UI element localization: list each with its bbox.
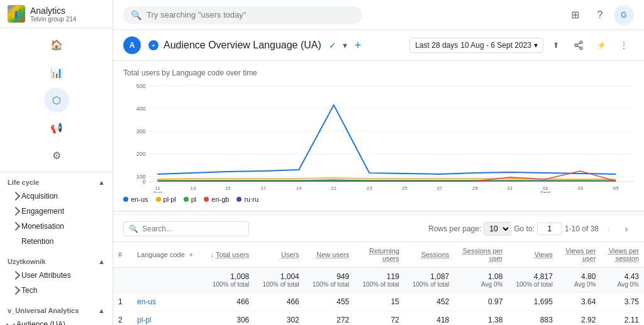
legend-en-us[interactable]: en-us [123,196,148,203]
uzytkownik-section: Uzytkownik ▲ User Attributes Tech [0,251,113,300]
arrow-icon [11,192,20,201]
lifecycle-header[interactable]: Life cycle ▲ [0,175,113,189]
app-logo [8,5,25,23]
date-range-value: 10 Aug - 6 Sept 2023 [460,41,531,50]
sidebar-item-acquisition[interactable]: Acquisition [0,189,113,204]
arrow-down-icon [6,320,15,325]
goto-input[interactable] [537,223,562,235]
nav-configure-icon[interactable]: ⚙ [44,143,69,168]
legend-ru-ru[interactable]: ru·ru [236,196,258,203]
export-icon[interactable]: ⬆ [546,35,566,55]
search-input[interactable] [147,10,355,19]
legend-pl[interactable]: pl [184,196,197,203]
search-box[interactable]: 🔍 [123,6,362,24]
svg-text:31: 31 [508,185,513,191]
sidebar-item-user-attributes[interactable]: User Attributes [0,268,113,283]
add-dimension-button[interactable]: + [189,251,193,258]
svg-text:25: 25 [402,185,408,191]
svg-text:27: 27 [437,185,443,191]
svg-line-7 [577,43,580,45]
svg-rect-2 [19,9,21,19]
app-title: Analytics [30,6,76,16]
pagination-info: 1-10 of 38 [565,224,599,233]
legend-dot-ru-ru [236,197,242,202]
sidebar-item-tech[interactable]: Tech [0,283,113,298]
lang-cell[interactable]: pl-pl [132,311,203,326]
svg-point-4 [575,44,577,47]
sidebar-item-engagement[interactable]: Engagement [0,204,113,219]
svg-text:Aug: Aug [153,190,162,193]
svg-text:23: 23 [367,185,372,191]
total-new-users: 949 100% of total [304,268,355,293]
page-header: A + Audience Overview Language (UA) ✓ ▾ … [113,30,644,61]
svg-text:21: 21 [331,185,336,191]
nav-explore-icon[interactable]: ⬡ [44,87,69,113]
header-actions: Last 28 days 10 Aug - 6 Sept 2023 ▾ ⬆ ⚡ … [409,35,634,55]
lang-cell[interactable]: en-us [132,293,203,311]
compare-icon[interactable]: ⚡ [591,35,611,55]
col-language-code[interactable]: Language code + [132,242,203,268]
more-icon[interactable]: ⋮ [614,35,634,55]
next-page-button[interactable]: › [619,221,634,236]
sidebar-item-retention[interactable]: Retention [0,234,113,249]
uzytkownik-header[interactable]: Uzytkownik ▲ [0,254,113,268]
col-views: Views [508,242,558,268]
lifecycle-section: Life cycle ▲ Acquisition Engagement Mone… [0,172,113,251]
page-title: Audience Overview Language (UA) [164,40,321,51]
legend-en-gb[interactable]: en-gb [204,196,229,203]
legend-pl-pl[interactable]: pl·pl [156,196,176,203]
add-icon[interactable]: + [355,39,362,52]
dropdown-icon[interactable]: ▾ [343,40,347,50]
ua-label: v_Universal Analytics [8,307,79,314]
legend-dot-en-us [123,197,128,202]
legend-dot-pl-pl [156,197,161,202]
table-section: 🔍 Rows per page: 102550 Go to: 1-10 of 3… [113,216,644,325]
col-new-users: New users [304,242,355,268]
ua-header[interactable]: v_Universal Analytics ▲ [0,303,113,317]
svg-text:Sept: Sept [540,190,551,193]
chart-title: Total users by Language code over time [123,69,634,77]
table-header-row: # Language code + ↓ Total users Users Ne… [113,242,644,268]
svg-text:0: 0 [143,179,146,185]
svg-rect-0 [12,14,14,19]
nav-home-icon[interactable]: 🏠 [44,32,69,57]
legend-label-pl: pl [191,196,197,203]
svg-point-3 [580,41,582,43]
avatar-button[interactable]: A [123,36,141,54]
table-search-input[interactable] [142,224,243,233]
svg-point-5 [580,47,582,50]
share-icon[interactable] [569,35,589,55]
svg-text:05: 05 [613,185,619,191]
table-search-box[interactable]: 🔍 [123,221,249,236]
nav-reports-icon[interactable]: 📊 [44,60,69,85]
date-range-picker[interactable]: Last 28 days 10 Aug - 6 Sept 2023 ▾ [409,38,543,53]
uzytkownik-collapse-icon: ▲ [98,258,105,265]
table-search-icon: 🔍 [129,224,138,233]
sidebar-item-monetisation[interactable]: Monetisation [0,219,113,234]
legend-dot-en-gb [204,197,209,202]
lifecycle-collapse-icon: ▲ [98,179,105,186]
nav-advertise-icon[interactable]: 📢 [44,115,69,140]
legend-label-ru-ru: ru·ru [244,196,258,203]
sidebar-item-audience-ua[interactable]: Audience (UA) [0,317,113,325]
rows-per-page-label: Rows per page: [428,224,481,233]
svg-text:15: 15 [225,185,231,191]
user-avatar-icon[interactable]: G [614,5,634,25]
table-toolbar: 🔍 Rows per page: 102550 Go to: 1-10 of 3… [113,216,644,242]
date-range-label: Last 28 days [415,41,458,50]
rows-per-page-select[interactable]: 102550 [484,222,511,236]
add-report-button[interactable]: + [148,40,158,50]
grid-icon[interactable]: ⊞ [564,4,586,26]
date-dropdown-icon: ▾ [534,41,538,50]
col-views-per-session: Views persession [601,242,644,268]
svg-text:300: 300 [136,128,146,135]
svg-text:500: 500 [136,83,146,89]
total-users: 1,004 100% of total [254,268,304,293]
topbar: 🔍 ⊞ ? G [113,0,644,30]
table-totals-row: 1,008 100% of total 1,004 100% of total … [113,268,644,293]
prev-page-button[interactable]: ‹ [601,221,616,236]
chart-legend: en-us pl·pl pl en-gb ru·ru [123,193,634,206]
arrow-icon [11,271,20,280]
help-icon[interactable]: ? [589,4,611,26]
arrow-icon [11,286,20,295]
